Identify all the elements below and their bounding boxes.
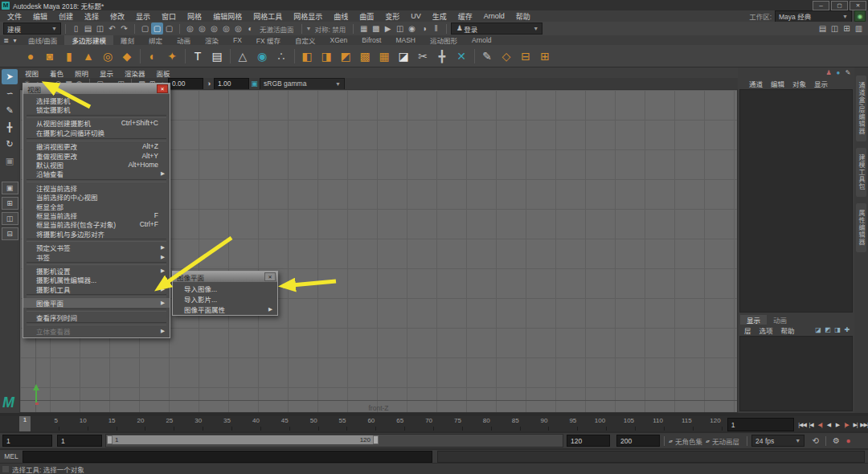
new-empty-layer-icon[interactable]: ◩ [823, 324, 833, 336]
channel-box-menu-item[interactable]: 显示 [810, 79, 832, 88]
view-menu-item[interactable] [27, 294, 166, 297]
colorspace-icon[interactable]: ▣ [249, 79, 260, 89]
shelf-tab[interactable]: FX [226, 35, 249, 45]
view-menu-item[interactable]: 框显当前选择 F [23, 210, 170, 219]
auto-key-icon[interactable]: ● [842, 435, 854, 447]
play-backwards-button[interactable]: ◀ [825, 419, 833, 430]
step-forward-key-button[interactable]: |▶ [842, 419, 850, 430]
snap-center-icon[interactable]: ◎ [220, 22, 232, 35]
boolean-icon[interactable]: ◩ [336, 47, 355, 65]
command-line-input[interactable] [23, 451, 432, 463]
show-manipulators-icon[interactable]: ♟ [824, 67, 833, 79]
menu-item[interactable]: 变形 [379, 11, 405, 22]
polygon-cylinder-icon[interactable]: ▮ [59, 47, 79, 65]
shelf-tab[interactable]: 多边形建模 [64, 35, 113, 45]
view-menu-item[interactable]: 当前选择的中心视图 [23, 193, 170, 202]
particle-icon[interactable]: ∴ [272, 47, 291, 65]
view-menu-item[interactable]: 撤消视图更改 Alt+Z [23, 142, 170, 151]
view-menu-item[interactable]: 重做视图更改 Alt+Y [23, 151, 170, 160]
view-menu-item[interactable]: 默认视图 Alt+Home [23, 160, 170, 169]
polygon-plane-icon[interactable]: ◆ [117, 47, 137, 65]
step-back-key-button[interactable]: ◀| [816, 419, 824, 430]
new-layer-selected-icon[interactable]: ✚ [842, 324, 852, 336]
exposure-field[interactable]: 0.00 [168, 78, 203, 90]
make-live-icon[interactable]: ◐ [244, 22, 256, 35]
shelf-tab[interactable]: 雕刻 [113, 35, 141, 45]
current-time-field[interactable]: 1 [727, 418, 794, 431]
view-menu-item[interactable]: 在摄影机之间循环切换 [23, 128, 170, 137]
polygon-cube-icon[interactable]: ◙ [40, 47, 59, 65]
time-slider[interactable]: 5101520253035404550556065707580859095100… [0, 416, 868, 431]
menu-item[interactable]: 文件 [2, 11, 27, 22]
view-menu-item[interactable] [27, 322, 166, 325]
locator-icon[interactable]: ◉ [252, 47, 272, 65]
shelf-icon[interactable] [471, 47, 477, 65]
layer-editor-menu-item[interactable]: 帮助 [777, 325, 799, 335]
view-menu-item[interactable]: 注视当前选择 [23, 183, 170, 192]
polygon-sphere-icon[interactable]: ● [21, 47, 40, 65]
toggle-outliner-icon[interactable]: ▥ [853, 22, 865, 35]
shelf-tab[interactable]: FX 缓存 [249, 35, 288, 45]
super-shape-icon[interactable]: ✦ [162, 47, 182, 65]
combine-icon[interactable]: ◧ [297, 47, 317, 65]
smooth-icon[interactable]: ▩ [355, 47, 375, 65]
view-menu-item[interactable] [27, 138, 166, 141]
panel-menu-item[interactable]: 显示 [94, 68, 119, 78]
time-ruler[interactable]: 5101520253035404550556065707580859095100… [31, 416, 723, 431]
view-menu-item[interactable]: 沿轴查看 ▶ [23, 170, 170, 178]
tab-attribute-editor[interactable]: 属性编辑器 [856, 203, 866, 252]
bridge-icon[interactable]: ⊟ [516, 47, 535, 65]
range-slider-track[interactable]: 1 120 [105, 434, 563, 447]
redo-icon[interactable]: ↷ [118, 22, 130, 35]
view-menu-item[interactable] [27, 239, 166, 242]
view-menu-item[interactable]: 将摄影机与多边形对齐 [23, 229, 170, 238]
menu-item[interactable]: UV [405, 12, 427, 20]
close-icon[interactable]: ✕ [157, 84, 168, 93]
character-set-dropdown[interactable]: 无角色集 [672, 436, 706, 446]
range-start-handle[interactable] [107, 435, 113, 444]
step-back-frame-button[interactable]: |◀ [807, 419, 815, 430]
shelf-icon[interactable] [137, 47, 143, 65]
image-plane-menu-title-bar[interactable]: 图像平面 ✕ [173, 272, 277, 282]
view-menu-item[interactable]: 摄影机设置 ▶ [23, 266, 170, 275]
shelf-icon[interactable] [182, 47, 188, 65]
tab-channel-box-layer-editor[interactable]: 通道盒/层编辑器 [856, 76, 866, 141]
view-menu-item[interactable]: 图像平面 ▶ [23, 298, 170, 307]
paint-select-tool-icon[interactable]: ✎ [2, 103, 18, 118]
image-plane-menu-item[interactable]: 图像平面属性 ▶ [173, 304, 277, 314]
separate-icon[interactable]: ◨ [317, 47, 336, 65]
polygon-torus-icon[interactable]: ◎ [98, 47, 117, 65]
view-menu-item[interactable]: 摄影机工具 ▶ [23, 284, 170, 293]
view-menu-item[interactable]: 选择摄影机 [23, 96, 170, 104]
shelf-tab[interactable]: 动画 [170, 35, 198, 45]
tab-modeling-toolkit[interactable]: 建模工具包 [856, 148, 866, 197]
ipr-render-icon[interactable]: ▶ [382, 22, 394, 35]
layer-editor-menu-item[interactable]: 层 [740, 325, 755, 335]
menu-item[interactable]: 窗口 [156, 11, 182, 22]
type-tool-icon[interactable]: T [188, 47, 207, 65]
menu-item[interactable]: 编辑 [27, 11, 53, 22]
menu-item[interactable]: 网格 [182, 11, 207, 22]
menu-item[interactable]: 生成 [427, 11, 452, 22]
menu-item[interactable]: 帮助 [510, 11, 536, 22]
gamma-icon[interactable]: ◑ [203, 79, 214, 89]
new-scene-icon[interactable]: ▯ [70, 22, 82, 35]
render-view-icon[interactable]: ▦ [358, 22, 370, 35]
loop-icon[interactable]: ⟲ [809, 435, 821, 447]
command-line-mode-button[interactable]: MEL [0, 452, 23, 460]
animation-start-field[interactable]: 1 [57, 435, 102, 447]
view-menu-item[interactable]: 从视图创建摄影机 Ctrl+Shift+C [23, 119, 170, 128]
view-menu-item[interactable] [27, 115, 166, 118]
shelf-icon[interactable] [291, 47, 297, 65]
snap-point-icon[interactable]: ◎ [208, 22, 220, 35]
shelf-tab[interactable]: 绑定 [141, 35, 170, 45]
shelf-tab[interactable]: MASH [388, 35, 423, 45]
animation-preferences-icon[interactable]: ⚙ [830, 435, 842, 447]
menu-item[interactable]: 曲线 [328, 11, 354, 22]
menu-item[interactable]: 选择 [79, 11, 104, 22]
smooth-mesh-icon[interactable]: ◐ [143, 47, 162, 65]
shelf-tab-arrow-icon[interactable]: ▾ [10, 36, 19, 45]
minimize-button[interactable]: ─ [813, 1, 829, 10]
snap-grid-icon[interactable]: ◎ [184, 22, 196, 35]
single-pane-layout-button[interactable]: ▣ [2, 182, 18, 194]
